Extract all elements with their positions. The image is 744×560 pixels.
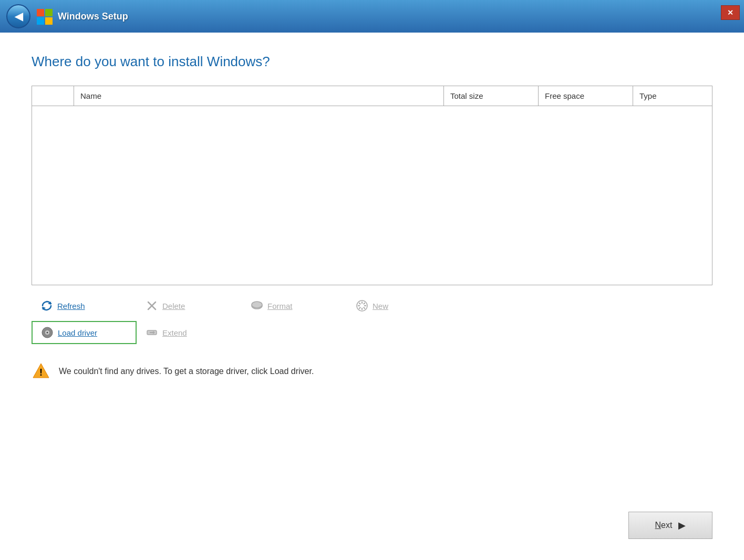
col-type: Type xyxy=(633,86,712,106)
svg-point-9 xyxy=(252,302,262,308)
bottom-bar: Next ▶ xyxy=(32,501,712,539)
table-header: Name Total size Free space Type xyxy=(32,86,712,106)
titlebar: ◀ Windows Setup ✕ xyxy=(0,0,744,33)
warning-icon: ! xyxy=(32,362,50,381)
close-button[interactable]: ✕ xyxy=(721,5,740,20)
extend-icon xyxy=(146,326,158,339)
refresh-button[interactable]: Refresh xyxy=(32,295,137,317)
format-label: Format xyxy=(267,302,293,310)
format-button[interactable]: Format xyxy=(242,295,347,317)
close-icon: ✕ xyxy=(727,8,733,17)
load-driver-label: Load driver xyxy=(58,328,97,337)
actions-row-2: Load driver Extend xyxy=(32,321,712,344)
col-name: Name xyxy=(74,86,444,106)
table-body xyxy=(32,106,712,285)
delete-label: Delete xyxy=(162,302,185,310)
svg-line-15 xyxy=(359,303,360,304)
svg-line-16 xyxy=(364,307,365,309)
next-button[interactable]: Next ▶ xyxy=(628,512,712,539)
back-button[interactable]: ◀ xyxy=(6,4,30,28)
svg-rect-1 xyxy=(45,9,53,16)
windows-setup-icon xyxy=(36,8,53,25)
col-free-space: Free space xyxy=(539,86,633,106)
actions-row: Refresh Delete xyxy=(32,295,712,344)
delete-button[interactable]: Delete xyxy=(137,295,242,317)
warning-area: ! We couldn't find any drives. To get a … xyxy=(32,360,712,383)
svg-rect-2 xyxy=(37,17,44,25)
svg-line-17 xyxy=(364,303,365,304)
delete-icon xyxy=(146,299,158,312)
svg-line-18 xyxy=(359,307,360,309)
extend-label: Extend xyxy=(162,328,187,337)
refresh-label: Refresh xyxy=(57,302,85,310)
actions-row-1: Refresh Delete xyxy=(32,295,712,317)
svg-rect-0 xyxy=(37,9,44,16)
next-label: Next xyxy=(655,521,673,530)
svg-point-21 xyxy=(47,332,48,334)
load-driver-button[interactable]: Load driver xyxy=(32,321,137,344)
refresh-icon xyxy=(40,299,53,312)
new-icon xyxy=(356,299,368,312)
titlebar-title: Windows Setup xyxy=(58,11,738,22)
extend-button[interactable]: Extend xyxy=(137,322,242,344)
new-button[interactable]: New xyxy=(347,295,452,317)
back-icon: ◀ xyxy=(15,10,23,23)
new-label: New xyxy=(373,302,388,310)
svg-text:!: ! xyxy=(39,367,43,378)
svg-rect-3 xyxy=(45,17,53,25)
main-content: Where do you want to install Windows? Na… xyxy=(0,33,744,560)
col-selector xyxy=(32,86,74,106)
next-arrow-icon: ▶ xyxy=(678,520,686,531)
warning-text: We couldn't find any drives. To get a st… xyxy=(59,367,314,376)
partition-table: Name Total size Free space Type xyxy=(32,86,712,285)
col-total-size: Total size xyxy=(444,86,539,106)
page-title: Where do you want to install Windows? xyxy=(32,54,712,70)
load-driver-icon xyxy=(41,326,54,339)
format-icon xyxy=(251,299,263,312)
